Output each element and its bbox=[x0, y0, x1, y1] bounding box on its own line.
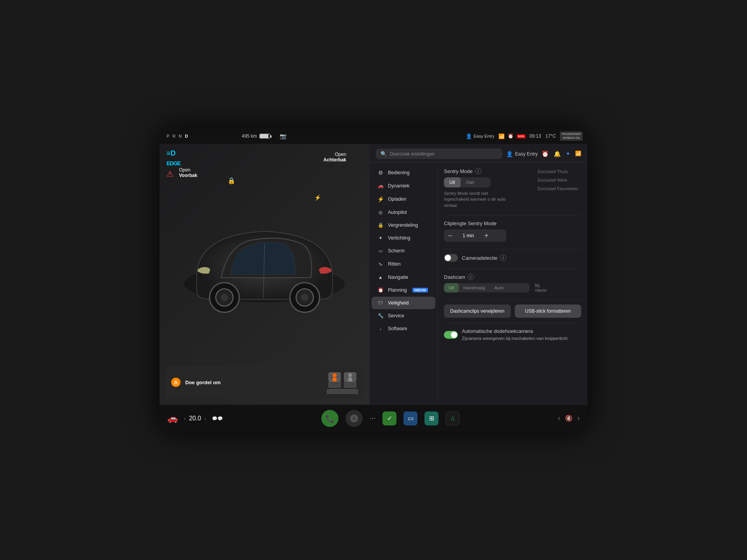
temp-arrow-left[interactable]: ‹ bbox=[184, 415, 186, 422]
header-profile-icon: 👤 bbox=[506, 151, 513, 157]
car-visualization: Open Voorbak Open Achterbak 🔒 ⚡ bbox=[160, 144, 370, 362]
dashcam-button[interactable] bbox=[345, 410, 363, 427]
header-profile[interactable]: 👤 Easy Entry bbox=[506, 151, 538, 157]
blind-spot-label-group: Automatische dodehoekcamera Zijcamera we… bbox=[462, 328, 568, 341]
status-bar-right: 👤 Easy Entry 📶 ⏰ SOS 09:13 17°C PASSENGE… bbox=[374, 131, 587, 141]
svg-point-12 bbox=[333, 373, 337, 377]
alarm-status-icon: ⏰ bbox=[508, 133, 514, 139]
menu-item-veiligheid[interactable]: 🛡 Veiligheid bbox=[372, 297, 435, 309]
dashcam-handmatig-btn[interactable]: Handmatig bbox=[459, 283, 490, 292]
sentry-mode-info-icon[interactable]: i bbox=[475, 168, 481, 174]
bediening-icon: ⚙ bbox=[377, 170, 384, 176]
separator-5 bbox=[444, 323, 581, 324]
app-grid[interactable]: ⊞ bbox=[424, 411, 438, 425]
achterbak-line1: Open bbox=[323, 152, 346, 157]
menu-item-software[interactable]: ↓ Software bbox=[372, 322, 435, 335]
stepper-plus[interactable]: + bbox=[480, 229, 493, 242]
menu-item-planning[interactable]: ⏰ Planning NIEUW bbox=[372, 284, 435, 296]
exclusief-werk[interactable]: Exclusief Werk bbox=[535, 177, 581, 184]
menu-item-dynamiek[interactable]: 🚗 Dynamiek bbox=[372, 180, 435, 192]
auto-blind-spot-row: Automatische dodehoekcamera Zijcamera we… bbox=[444, 328, 581, 341]
menu-label-vergrendeling: Vergrendeling bbox=[388, 222, 418, 228]
autopilot-icon: ◎ bbox=[377, 210, 384, 215]
search-placeholder: Doorzoek instellingen bbox=[390, 151, 435, 157]
sentry-uit-btn[interactable]: Uit bbox=[444, 177, 461, 187]
right-panel: 🔍 Doorzoek instellingen 👤 Easy Entry ⏰ 🔔… bbox=[370, 144, 587, 404]
separator-1 bbox=[444, 215, 581, 216]
menu-item-ritten[interactable]: ∿ Ritten bbox=[372, 257, 435, 271]
separator-2 bbox=[444, 249, 581, 249]
bluetooth-icon[interactable]: ✦ bbox=[566, 150, 570, 158]
sentry-mode-toggle[interactable]: Uit Aan bbox=[444, 177, 491, 187]
blind-spot-toggle[interactable] bbox=[444, 331, 458, 339]
temperature-control[interactable]: ‹ 20.0 › bbox=[184, 415, 206, 422]
menu-item-bediening[interactable]: ⚙ Bediening bbox=[372, 166, 435, 179]
menu-item-scherm[interactable]: ▭ Scherm bbox=[372, 245, 435, 257]
temperature: 17°C bbox=[545, 133, 556, 139]
svg-rect-11 bbox=[344, 382, 356, 387]
profile-name: Easy Entry bbox=[474, 134, 494, 138]
new-badge: NIEUW bbox=[412, 288, 428, 292]
phone-button[interactable]: 📞 bbox=[321, 410, 338, 427]
app-screen[interactable]: ▭ bbox=[403, 411, 417, 425]
dashcam-toggle-group[interactable]: Uit Handmatig Auto bbox=[444, 283, 530, 292]
sentry-aan-btn[interactable]: Aan bbox=[461, 177, 480, 187]
menu-item-vergrendeling[interactable]: 🔒 Vergrendeling bbox=[372, 219, 435, 231]
wifi-status-icon: 📶 bbox=[498, 133, 505, 139]
menu-sidebar: ⚙ Bediening 🚗 Dynamiek ⚡ Opladen ◎ bbox=[370, 163, 438, 404]
menu-item-service[interactable]: 🔧 Service bbox=[372, 310, 435, 322]
svg-point-3 bbox=[221, 294, 228, 301]
seatbelt-icon: ⚠ bbox=[167, 170, 181, 178]
prev-track-icon[interactable]: ‹ bbox=[558, 414, 560, 422]
sentry-mode-section: Sentry Mode i Uit Aan Sentry Mode wordt … bbox=[444, 168, 581, 208]
menu-item-verlichting[interactable]: ✦ Verlichting bbox=[372, 232, 435, 244]
battery-bar bbox=[260, 134, 270, 138]
search-box[interactable]: 🔍 Doorzoek instellingen bbox=[376, 149, 502, 159]
next-track-icon[interactable]: › bbox=[577, 414, 580, 422]
voorbak-label: Open Voorbak bbox=[179, 167, 197, 178]
clock: 09:13 bbox=[530, 133, 541, 139]
menu-item-autopilot[interactable]: ◎ Autopilot bbox=[372, 206, 435, 219]
profile-person-icon: 👤 bbox=[466, 133, 472, 139]
cliplengte-stepper[interactable]: − 1 min + bbox=[444, 229, 506, 242]
bell-icon[interactable]: 🔔 bbox=[554, 150, 561, 158]
menu-item-opladen[interactable]: ⚡ Opladen bbox=[372, 192, 435, 206]
blind-spot-knob bbox=[451, 332, 457, 338]
temp-arrow-right[interactable]: › bbox=[204, 415, 206, 422]
cameradetectie-toggle[interactable] bbox=[444, 254, 458, 262]
status-bar-left: P R N D 495 km 📷 bbox=[160, 133, 374, 139]
remove-clips-button[interactable]: Dashcamclips verwijderen bbox=[444, 304, 511, 318]
exclusief-favorieten[interactable]: Exclusief Favorieten bbox=[535, 185, 581, 192]
dashcam-auto-btn[interactable]: Auto bbox=[490, 283, 509, 292]
cameradetectie-label: Cameradetectie i bbox=[462, 255, 506, 261]
separator-3 bbox=[444, 269, 581, 269]
volume-icon[interactable]: 🔇 bbox=[565, 415, 573, 422]
stepper-value: 1 min bbox=[456, 233, 480, 238]
tesla-screen: P R N D 495 km 📷 👤 Easy Entry 📶 ⏰ bbox=[160, 128, 587, 432]
opladen-icon: ⚡ bbox=[377, 196, 384, 202]
dashcam-uit-btn[interactable]: Uit bbox=[444, 283, 459, 292]
menu-item-navigatie[interactable]: ▲ Navigatie bbox=[372, 271, 435, 284]
profile-badge[interactable]: 👤 Easy Entry bbox=[466, 133, 494, 139]
verlichting-icon: ✦ bbox=[377, 235, 384, 241]
bottom-car-icon[interactable]: 🚗 bbox=[167, 413, 178, 424]
stepper-minus[interactable]: − bbox=[444, 229, 456, 242]
time-temp: 09:13 17°C bbox=[530, 133, 556, 139]
edge-icon: EDGE bbox=[167, 161, 181, 166]
passenger-airbag-badge: PASSENGERAIRBAG ON bbox=[560, 131, 583, 141]
cameradetectie-info-icon[interactable]: i bbox=[500, 255, 506, 261]
alarm-icon[interactable]: ⏰ bbox=[542, 150, 549, 158]
software-icon: ↓ bbox=[377, 326, 384, 331]
exclusief-thuis[interactable]: Exclusief Thuis bbox=[535, 168, 581, 175]
app-checkmark[interactable]: ✓ bbox=[382, 411, 396, 425]
app-spotify[interactable]: ♫ bbox=[445, 411, 459, 425]
more-icon[interactable]: ··· bbox=[370, 414, 375, 422]
dashcam-info-icon[interactable]: i bbox=[468, 274, 474, 280]
wifi-icon[interactable]: 📶 bbox=[575, 150, 581, 158]
settings-header: 🔍 Doorzoek instellingen 👤 Easy Entry ⏰ 🔔… bbox=[370, 144, 587, 163]
format-usb-button[interactable]: USB-stick formatteren bbox=[515, 304, 582, 318]
vergrendeling-icon: 🔒 bbox=[377, 222, 384, 228]
svg-rect-9 bbox=[329, 382, 340, 387]
bottom-center: 📞 ··· ✓ ▭ ⊞ ♫ bbox=[321, 410, 459, 427]
blind-spot-description: Zijcamera weergeven bij inschakelen van … bbox=[462, 335, 568, 341]
